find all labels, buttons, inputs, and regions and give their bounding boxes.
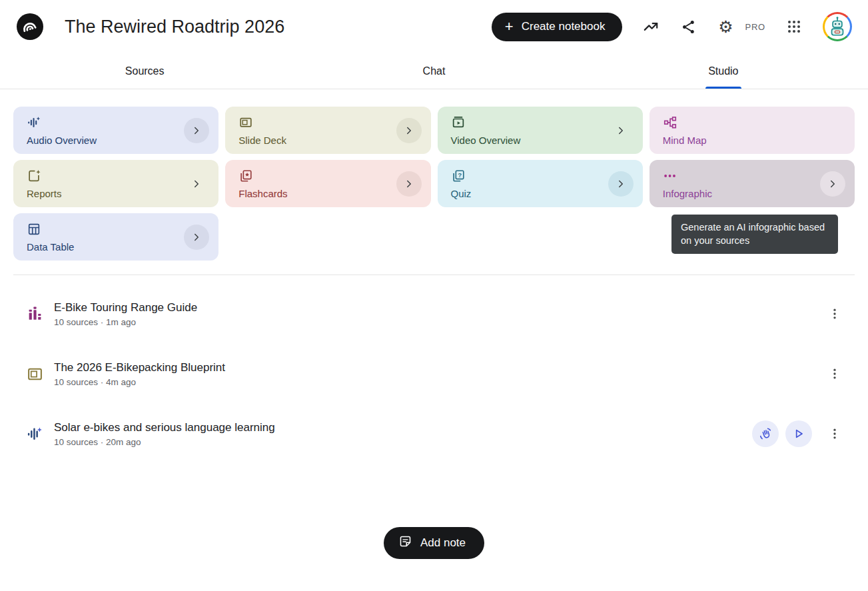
card-label: Video Overview [451,135,521,146]
play-icon[interactable] [785,420,812,447]
interactive-mode-hand-icon[interactable] [752,420,779,447]
chevron-right-icon[interactable] [820,171,845,197]
chevron-right-icon[interactable] [608,171,634,197]
ellipsis-icon [663,169,712,186]
add-note-button[interactable]: Add note [384,527,484,559]
card-label: Flashcards [238,188,287,199]
video-overview-icon [451,115,521,133]
flashcards-icon [238,169,287,186]
chevron-right-icon[interactable] [184,171,209,197]
add-note-label: Add note [420,536,466,550]
main-tabs: Sources Chat Studio [0,53,868,89]
create-notebook-label: Create notebook [522,20,606,33]
slide-deck-icon [238,115,286,133]
card-data-table[interactable]: Data Table [13,213,218,261]
audio-waveform-icon [27,115,97,133]
chevron-right-icon[interactable] [396,118,422,143]
artifact-title[interactable]: The 2026 E-Bikepacking Blueprint [54,361,225,374]
more-options-icon[interactable] [827,300,843,327]
chevron-right-icon[interactable] [184,118,209,143]
infographic-tooltip: Generate an AI infographic based on your… [671,215,838,254]
notebook-title[interactable]: The Rewired Roadtrip 2026 [65,17,284,37]
settings-gear-icon[interactable]: ⚙ [717,18,734,35]
card-label: Mind Map [663,135,707,146]
card-label: Reports [27,188,62,199]
top-bar-actions: + Create notebook ⚙ PRO [492,12,852,41]
more-options-icon[interactable] [827,360,843,387]
card-audio-overview[interactable]: Audio Overview [13,107,218,154]
list-item-audio-overview[interactable]: Solar e-bikes and serious language learn… [27,404,843,464]
report-doc-icon [27,169,62,186]
card-video-overview[interactable]: Video Overview [438,107,643,154]
card-slide-deck[interactable]: Slide Deck [225,107,430,154]
card-label: Audio Overview [27,135,97,146]
card-label: Quiz [451,188,472,199]
artifact-meta: 10 sources · 20m ago [54,437,275,447]
tab-chat[interactable]: Chat [289,53,578,89]
data-table-icon [27,222,74,239]
analytics-trending-icon[interactable] [642,18,659,35]
notebooklm-app: The Rewired Roadtrip 2026 + Create noteb… [0,0,868,591]
card-infographic[interactable]: Infographic [650,160,855,207]
more-options-icon[interactable] [827,420,843,447]
card-flashcards[interactable]: Flashcards [225,160,430,207]
artifact-title[interactable]: Solar e-bikes and serious language learn… [54,421,275,434]
list-item-slide-deck[interactable]: The 2026 E-Bikepacking Blueprint 10 sour… [27,344,843,404]
bar-chart-icon [27,306,44,322]
card-quiz[interactable]: ? Quiz [438,160,643,207]
card-reports[interactable]: Reports [13,160,218,207]
footer: Add note [0,527,868,559]
notebooklm-logo-icon[interactable] [17,13,43,40]
card-label: Data Table [27,241,74,253]
tab-sources[interactable]: Sources [0,53,289,89]
top-bar: The Rewired Roadtrip 2026 + Create noteb… [0,0,868,53]
quiz-cards-icon: ? [451,169,472,186]
artifact-meta: 10 sources · 4m ago [54,377,225,387]
create-notebook-button[interactable]: + Create notebook [492,13,623,41]
card-label: Infographic [663,188,712,199]
slide-deck-icon [27,366,44,382]
card-label: Slide Deck [238,135,286,146]
chevron-right-icon[interactable] [396,171,422,197]
apps-grid-icon[interactable] [785,18,803,35]
mind-map-icon [663,115,707,133]
user-avatar[interactable] [823,12,852,41]
audio-waveform-icon [27,426,44,442]
chevron-right-icon[interactable] [608,118,634,143]
card-mind-map[interactable]: Mind Map [650,107,855,154]
artifact-title[interactable]: E-Bike Touring Range Guide [54,301,197,314]
tab-studio[interactable]: Studio [579,53,868,89]
plus-icon: + [505,19,514,34]
artifact-meta: 10 sources · 1m ago [54,317,197,327]
pro-badge: PRO [745,22,765,32]
studio-artifact-list: E-Bike Touring Range Guide 10 sources · … [0,275,868,464]
share-icon[interactable] [679,18,697,35]
list-item-infographic[interactable]: E-Bike Touring Range Guide 10 sources · … [27,284,843,344]
note-icon [398,534,412,552]
avatar-robot-image [825,14,850,39]
svg-text:?: ? [458,172,462,179]
chevron-right-icon[interactable] [184,225,209,250]
